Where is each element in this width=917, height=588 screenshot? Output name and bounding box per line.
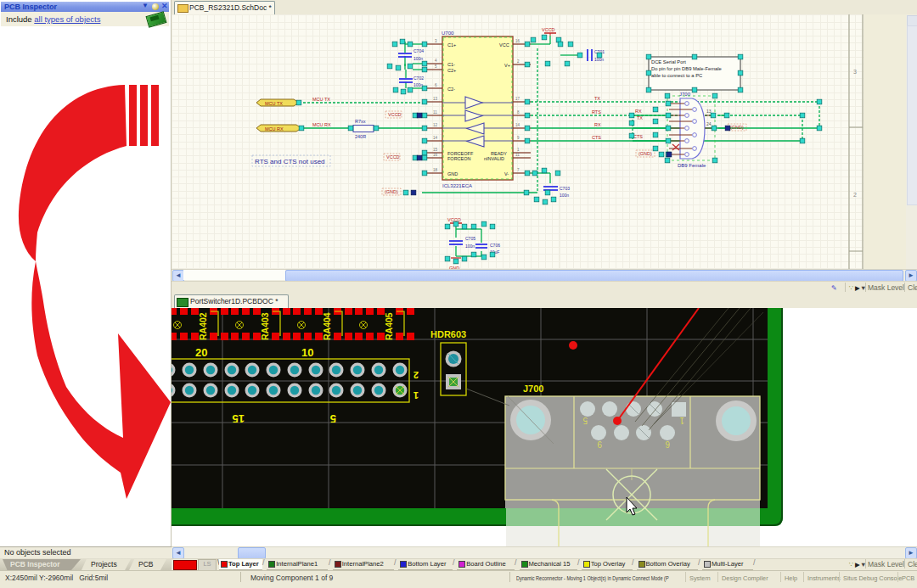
svg-text:C2+: C2+ (447, 68, 456, 73)
svg-text:ICL3221ECA: ICL3221ECA (442, 183, 472, 188)
svg-text:24: 24 (706, 121, 712, 126)
svg-text:RA402: RA402 (198, 312, 208, 340)
svg-text:C705: C705 (465, 236, 475, 241)
svg-text:6: 6 (665, 440, 670, 449)
svg-text:RA405: RA405 (384, 312, 394, 340)
svg-text:3: 3 (853, 69, 857, 75)
svg-text:GND: GND (447, 171, 458, 176)
svg-text:11: 11 (433, 110, 437, 115)
svg-text:3: 3 (435, 39, 437, 43)
svg-text:VCCD: VCCD (388, 112, 402, 117)
svg-text:C702: C702 (413, 76, 424, 81)
svg-text:7: 7 (517, 168, 520, 172)
svg-text:C703: C703 (560, 186, 570, 191)
svg-text:RTS: RTS (592, 109, 601, 115)
svg-text:able to connect to a PC: able to connect to a PC (651, 73, 702, 78)
svg-text:8: 8 (517, 110, 520, 115)
svg-text:HDR603: HDR603 (430, 329, 466, 339)
svg-text:U700: U700 (442, 31, 454, 36)
svg-text:CTS: CTS (592, 135, 601, 140)
svg-text:MCU RX: MCU RX (312, 122, 331, 127)
svg-text:5: 5 (582, 416, 588, 425)
svg-text:R7xx: R7xx (355, 119, 366, 124)
svg-text:V-: V- (504, 171, 509, 176)
svg-text:nINVALID: nINVALID (484, 156, 504, 161)
svg-text:C1+: C1+ (447, 42, 456, 48)
svg-text:4: 4 (435, 59, 437, 63)
svg-text:15: 15 (433, 148, 438, 152)
svg-text:RTS and CTS not used: RTS and CTS not used (255, 158, 325, 165)
svg-text:RA403: RA403 (260, 312, 270, 340)
svg-text:10: 10 (301, 346, 313, 359)
svg-text:Do pin for pin DB9 Male-Female: Do pin for pin DB9 Male-Female (651, 66, 722, 71)
svg-text:V+: V+ (504, 63, 510, 68)
svg-text:CTS: CTS (633, 134, 643, 139)
svg-text:14: 14 (515, 123, 520, 127)
svg-text:C1-: C1- (447, 62, 455, 67)
svg-text:15: 15 (233, 412, 245, 425)
svg-text:100n: 100n (413, 56, 423, 61)
svg-text:2: 2 (853, 192, 857, 198)
svg-text:100n: 100n (413, 82, 423, 87)
svg-text:5: 5 (330, 412, 336, 425)
svg-text:1: 1 (517, 148, 520, 152)
svg-text:1: 1 (413, 390, 419, 400)
svg-text:2: 2 (517, 59, 520, 64)
svg-text:RX: RX (635, 109, 642, 114)
svg-text:14: 14 (433, 136, 438, 140)
svg-text:C706: C706 (490, 243, 500, 248)
svg-text:(GND): (GND) (730, 125, 744, 130)
svg-text:J700: J700 (523, 384, 543, 394)
svg-text:13: 13 (433, 97, 438, 101)
svg-text:12: 12 (433, 123, 438, 127)
svg-text:FORCEON: FORCEON (447, 156, 471, 161)
svg-text:TX: TX (637, 115, 643, 120)
svg-text:MCU TX: MCU TX (265, 101, 283, 106)
svg-text:VCC: VCC (499, 42, 509, 48)
svg-text:RX: RX (594, 122, 601, 127)
svg-text:16: 16 (433, 153, 438, 157)
svg-text:11: 11 (515, 153, 520, 157)
svg-text:TX: TX (594, 96, 600, 101)
svg-text:9: 9 (517, 136, 520, 140)
svg-text:6: 6 (435, 83, 437, 87)
svg-text:240R: 240R (355, 134, 366, 139)
svg-text:C704: C704 (413, 48, 424, 53)
svg-text:C2-: C2- (447, 87, 455, 92)
svg-text:20: 20 (195, 346, 207, 359)
svg-text:(GND): (GND) (385, 189, 398, 194)
svg-text:16: 16 (515, 39, 520, 43)
svg-text:5: 5 (435, 64, 437, 69)
svg-text:2: 2 (413, 370, 419, 380)
svg-text:DB9 Female: DB9 Female (678, 163, 706, 168)
svg-text:MCU RX: MCU RX (265, 126, 284, 132)
svg-text:9: 9 (597, 440, 602, 449)
svg-text:17: 17 (515, 97, 520, 101)
svg-text:100n: 100n (465, 244, 475, 249)
svg-text:1: 1 (679, 416, 684, 425)
svg-text:VCCD: VCCD (542, 27, 555, 32)
svg-text:18: 18 (433, 168, 438, 172)
svg-text:RA404: RA404 (322, 312, 332, 340)
svg-text:DCE Serial Port: DCE Serial Port (651, 59, 686, 64)
svg-text:MCU TX: MCU TX (312, 97, 330, 102)
svg-text:(GND): (GND) (639, 151, 652, 156)
svg-text:100n: 100n (560, 193, 569, 198)
svg-text:VCCD: VCCD (386, 154, 400, 160)
